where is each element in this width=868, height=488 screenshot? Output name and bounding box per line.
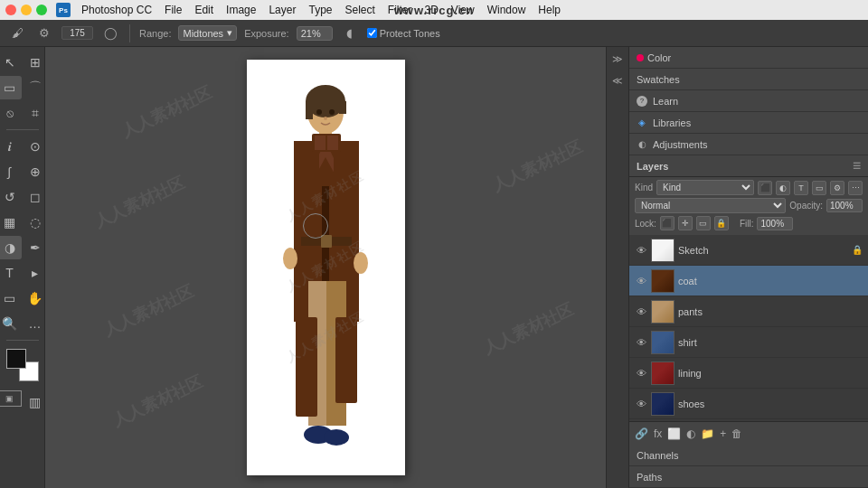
menu-select[interactable]: Select	[339, 2, 380, 18]
menu-file[interactable]: File	[159, 2, 187, 18]
layer-visibility-coat[interactable]: 👁	[635, 275, 647, 287]
add-style-icon[interactable]: fx	[654, 427, 662, 440]
expand-icon[interactable]: ≫	[609, 51, 626, 67]
libraries-panel-header[interactable]: ◈ Libraries	[629, 112, 868, 134]
minimize-button[interactable]	[21, 5, 32, 15]
panel-icons: ≫ ≪	[607, 47, 629, 488]
brush-size-input[interactable]: 175	[61, 26, 93, 40]
adjustments-panel-header[interactable]: ◐ Adjustments	[629, 134, 868, 155]
menu-layer[interactable]: Layer	[263, 2, 301, 18]
settings-icon[interactable]: ⚙	[34, 23, 54, 43]
lock-pixels-btn[interactable]: ⬛	[660, 216, 675, 230]
history-brush[interactable]: ↺	[0, 185, 22, 209]
link-layers-icon[interactable]: 🔗	[635, 427, 648, 440]
menu-window[interactable]: Window	[482, 2, 532, 18]
exposure-adjust-icon[interactable]: ◖	[340, 23, 360, 43]
layer-visibility-shirt[interactable]: 👁	[635, 336, 647, 349]
lasso-tool[interactable]: ⌒	[24, 76, 47, 99]
blur-tool[interactable]: ◌	[24, 211, 47, 234]
layer-item-shirt[interactable]: 👁 shirt	[629, 327, 868, 358]
quick-select-tool[interactable]: ⍉	[0, 101, 22, 125]
layers-panel-header[interactable]: Layers ☰	[629, 155, 868, 177]
collapse-icon[interactable]: ≪	[609, 72, 626, 89]
exposure-input[interactable]: 21%	[297, 26, 333, 41]
zoom-tool[interactable]: 🔍	[0, 312, 22, 335]
pen-tool[interactable]: ✒	[24, 236, 47, 259]
quick-mask-btn[interactable]: ▣	[0, 390, 22, 407]
crop-tool[interactable]: ⌗	[24, 101, 47, 125]
menu-photoshop[interactable]: Photoshop CC	[76, 2, 157, 18]
patch-tool[interactable]: ⊙	[24, 135, 47, 158]
layer-list[interactable]: 👁 Sketch 🔒 👁 coat 👁	[629, 235, 868, 421]
layer-visibility-pants[interactable]: 👁	[635, 305, 647, 318]
screen-mode[interactable]: ▥	[24, 390, 47, 414]
lock-artboard-btn[interactable]: ▭	[696, 216, 711, 230]
clone-stamp[interactable]: ⊕	[24, 160, 47, 183]
artboard-tool[interactable]: ⊞	[24, 51, 47, 74]
canvas-area[interactable]: 人人素材社区 人人素材社区 人人素材社区 人人素材社区 人人素材社区 人人素材社…	[45, 47, 606, 488]
adjustments-icon: ◐	[637, 139, 647, 150]
new-layer-icon[interactable]: +	[720, 427, 726, 440]
extra-tool[interactable]: …	[24, 312, 47, 335]
opacity-input[interactable]	[826, 199, 863, 212]
delete-layer-icon[interactable]: 🗑	[731, 427, 742, 440]
filter-type-icon[interactable]: T	[794, 181, 808, 195]
eyedropper-tool[interactable]: 𝒊	[0, 135, 22, 158]
gradient-tool[interactable]: ▦	[0, 211, 22, 234]
hand-tool[interactable]: ✋	[24, 286, 47, 310]
lock-all-btn[interactable]: 🔒	[714, 216, 729, 230]
swatches-panel-header[interactable]: Swatches	[629, 69, 868, 90]
paths-panel-header[interactable]: Paths	[629, 466, 868, 488]
range-dropdown[interactable]: Midtones ▾	[178, 25, 237, 41]
layer-kind-select[interactable]: Kind	[656, 180, 754, 195]
blend-mode-select[interactable]: Normal	[635, 198, 786, 213]
new-group-icon[interactable]: 📁	[701, 427, 714, 440]
marquee-tool[interactable]: ▭	[0, 76, 22, 99]
document-canvas: 人人素材社区 人人素材社区 人人素材社区	[247, 60, 405, 475]
learn-panel-header[interactable]: ? Learn	[629, 90, 868, 112]
layer-visibility-sketch[interactable]: 👁	[635, 244, 647, 257]
layer-item-lining[interactable]: 👁 lining	[629, 358, 868, 389]
filter-adjust-icon[interactable]: ◐	[776, 181, 790, 195]
svg-rect-4	[306, 101, 313, 119]
layer-item-sketch[interactable]: 👁 Sketch 🔒	[629, 235, 868, 266]
color-panel-header[interactable]: Color	[629, 47, 868, 69]
filter-shape-icon[interactable]: ▭	[812, 181, 826, 195]
shape-tool[interactable]: ▭	[0, 286, 22, 310]
menu-edit[interactable]: Edit	[189, 2, 219, 18]
new-adjustment-icon[interactable]: ◐	[686, 427, 695, 440]
add-mask-icon[interactable]: ⬜	[667, 427, 681, 440]
layer-visibility-shoes[interactable]: 👁	[635, 398, 647, 410]
layer-item-coat[interactable]: 👁 coat	[629, 266, 868, 296]
swatches-panel-label: Swatches	[637, 74, 680, 85]
dodge-tool[interactable]: ◑	[0, 236, 22, 259]
lock-label: Lock:	[635, 219, 656, 229]
layer-item-shoes[interactable]: 👁 shoes	[629, 389, 868, 419]
protect-tones-option[interactable]: Protect Tones	[367, 28, 440, 39]
brush-shape-icon[interactable]: ◯	[100, 23, 120, 43]
menu-help[interactable]: Help	[533, 2, 566, 18]
fill-input[interactable]	[757, 217, 793, 230]
color-swatch[interactable]	[6, 349, 39, 381]
channels-panel-header[interactable]: Channels	[629, 445, 868, 466]
layers-options-icon[interactable]: ⋯	[848, 181, 863, 195]
layer-visibility-lining[interactable]: 👁	[635, 367, 647, 380]
type-tool[interactable]: T	[0, 261, 22, 285]
close-button[interactable]	[5, 5, 16, 15]
path-select-tool[interactable]: ▸	[24, 261, 47, 285]
filter-smart-icon[interactable]: ⚙	[830, 181, 844, 195]
menu-type[interactable]: Type	[303, 2, 337, 18]
maximize-button[interactable]	[36, 5, 47, 15]
layer-item-pants[interactable]: 👁 pants	[629, 296, 868, 327]
range-value: Midtones	[183, 28, 223, 39]
foreground-color[interactable]	[6, 349, 26, 369]
filter-pixel-icon[interactable]: ⬛	[758, 181, 772, 195]
menu-image[interactable]: Image	[221, 2, 261, 18]
brush-tool[interactable]: ∫	[0, 160, 22, 183]
layers-menu-icon[interactable]: ☰	[853, 161, 861, 171]
lock-position-btn[interactable]: ✛	[678, 216, 693, 230]
protect-tones-checkbox[interactable]	[367, 28, 377, 38]
move-tool[interactable]: ↖	[0, 51, 22, 74]
eraser-tool[interactable]: ◻	[24, 185, 47, 209]
brush-tool-icon[interactable]: 🖌	[7, 23, 27, 43]
